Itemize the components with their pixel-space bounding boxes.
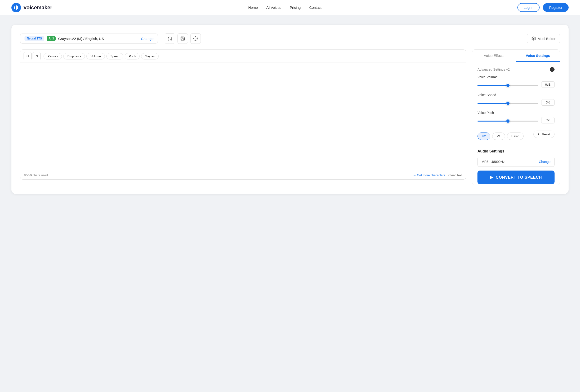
svg-marker-5: [532, 37, 535, 39]
voice-volume-slider-container: [477, 83, 538, 87]
audio-settings-section: Audio Settings MP3 - 48000Hz Change ▶ CO…: [472, 145, 560, 184]
voice-pitch-slider[interactable]: [477, 121, 538, 122]
voice-speed-label: Voice Speed: [477, 93, 555, 97]
voice-pitch-slider-container: [477, 118, 538, 123]
settings-button[interactable]: [190, 33, 201, 44]
main-content: Neural TTS AI 3 GraysonV2 (M) / English,…: [0, 15, 580, 203]
text-editor-panel: ↺ ↻ Pauses Emphasis Volume Speed Pitch S…: [20, 49, 466, 180]
voice-pitch-slider-row: 0%: [477, 117, 555, 124]
speed-button[interactable]: Speed: [106, 53, 124, 59]
footer-actions: → Get more characters Clear Text: [413, 173, 462, 177]
logo-icon: [11, 3, 21, 12]
voice-speed-group: Voice Speed 0%: [477, 93, 555, 106]
text-input[interactable]: [20, 63, 466, 170]
audio-format-text: MP3 - 48000Hz: [481, 160, 505, 164]
emphasis-button[interactable]: Emphasis: [63, 53, 85, 59]
svg-point-4: [195, 38, 196, 39]
reset-label: Reset: [542, 132, 550, 136]
audio-format-row: MP3 - 48000Hz Change: [477, 157, 555, 167]
audio-settings-title: Audio Settings: [477, 149, 555, 153]
info-icon[interactable]: i: [550, 67, 555, 72]
settings-tabs: Voice Effects Voice Settings: [472, 50, 560, 62]
say-as-button[interactable]: Say as: [141, 53, 159, 59]
voice-speed-slider-container: [477, 100, 538, 105]
basic-button[interactable]: Basic: [507, 132, 524, 140]
convert-label: CONVERT TO SPEECH: [496, 175, 542, 180]
volume-button[interactable]: Volume: [86, 53, 105, 59]
undo-icon: ↺: [26, 54, 29, 58]
nav-link-home[interactable]: Home: [248, 5, 258, 9]
pauses-button[interactable]: Pauses: [43, 53, 62, 59]
save-button[interactable]: [177, 33, 188, 44]
voice-pitch-value: 0%: [541, 117, 555, 124]
multi-editor-button[interactable]: Multi Editor: [527, 34, 560, 43]
top-bar: Neural TTS AI 3 GraysonV2 (M) / English,…: [20, 33, 560, 44]
app-card: Neural TTS AI 3 GraysonV2 (M) / English,…: [11, 25, 569, 194]
svg-rect-3: [17, 6, 18, 9]
undo-button[interactable]: ↺: [23, 52, 32, 60]
text-area-container: [20, 63, 466, 171]
tab-voice-effects[interactable]: Voice Effects: [472, 50, 516, 62]
nav-link-contact[interactable]: Contact: [309, 5, 322, 9]
chars-used: 0/250 chars used: [24, 173, 48, 177]
nav-links: Home AI Voices Pricing Contact: [248, 5, 322, 9]
navbar: Voicemaker Home AI Voices Pricing Contac…: [0, 0, 580, 15]
nav-link-pricing[interactable]: Pricing: [290, 5, 301, 9]
redo-button[interactable]: ↻: [33, 52, 41, 60]
voice-speed-value: 0%: [541, 99, 555, 106]
settings-body: Advanced Settings v2 i Voice Volume 0dB: [472, 62, 560, 145]
voice-volume-slider-row: 0dB: [477, 81, 555, 88]
voice-speed-slider-row: 0%: [477, 99, 555, 106]
voice-volume-group: Voice Volume 0dB: [477, 75, 555, 88]
reset-button[interactable]: ↻ Reset: [533, 131, 555, 138]
version-reset-row: V2 V1 Basic ↻ Reset: [477, 129, 555, 140]
clear-text-link[interactable]: Clear Text: [448, 173, 462, 177]
play-icon: ▶: [490, 175, 493, 180]
voice-pitch-label: Voice Pitch: [477, 111, 555, 115]
get-more-link[interactable]: → Get more characters: [413, 173, 445, 177]
ai-badge: AI 3: [47, 36, 56, 41]
advanced-settings-title: Advanced Settings v2 i: [477, 67, 555, 72]
pitch-button[interactable]: Pitch: [125, 53, 140, 59]
voice-speed-slider[interactable]: [477, 103, 538, 104]
audio-change-link[interactable]: Change: [539, 160, 551, 164]
voice-name: GraysonV2 (M) / English, US: [58, 37, 139, 41]
icon-buttons: [165, 33, 201, 44]
editor-settings-row: ↺ ↻ Pauses Emphasis Volume Speed Pitch S…: [20, 49, 560, 185]
voice-selector: Neural TTS AI 3 GraysonV2 (M) / English,…: [20, 33, 158, 43]
undo-redo-group: ↺ ↻: [23, 52, 41, 60]
convert-to-speech-button[interactable]: ▶ CONVERT TO SPEECH: [477, 170, 555, 184]
svg-rect-2: [16, 5, 17, 10]
headphones-button[interactable]: [165, 33, 175, 44]
gear-icon: [193, 36, 198, 41]
reset-icon: ↻: [538, 132, 541, 136]
voice-volume-slider[interactable]: [477, 85, 538, 86]
editor-footer: 0/250 chars used → Get more characters C…: [20, 171, 466, 179]
settings-panel: Voice Effects Voice Settings Advanced Se…: [472, 49, 560, 185]
multi-editor-label: Multi Editor: [538, 37, 556, 41]
layers-icon: [532, 36, 536, 41]
tab-voice-settings[interactable]: Voice Settings: [516, 50, 560, 62]
login-button[interactable]: Log in: [517, 3, 540, 12]
voice-volume-value: 0dB: [541, 81, 555, 88]
nav-link-ai-voices[interactable]: AI Voices: [267, 5, 282, 9]
version-buttons: V2 V1 Basic: [477, 132, 524, 140]
redo-icon: ↻: [35, 54, 38, 58]
voice-pitch-group: Voice Pitch 0%: [477, 111, 555, 124]
register-button[interactable]: Register: [543, 3, 569, 12]
logo-area: Voicemaker: [11, 3, 52, 12]
save-icon: [180, 36, 185, 41]
headphones-icon: [167, 36, 172, 41]
advanced-settings-label: Advanced Settings v2: [477, 68, 510, 71]
voice-volume-label: Voice Volume: [477, 75, 555, 79]
svg-rect-1: [14, 6, 15, 9]
v2-button[interactable]: V2: [477, 132, 490, 140]
change-voice-link[interactable]: Change: [141, 37, 153, 41]
v1-button[interactable]: V1: [492, 132, 505, 140]
neural-tts-badge: Neural TTS: [24, 36, 44, 41]
nav-actions: Log in Register: [517, 3, 569, 12]
editor-toolbar: ↺ ↻ Pauses Emphasis Volume Speed Pitch S…: [20, 50, 466, 63]
logo-text: Voicemaker: [23, 4, 52, 11]
